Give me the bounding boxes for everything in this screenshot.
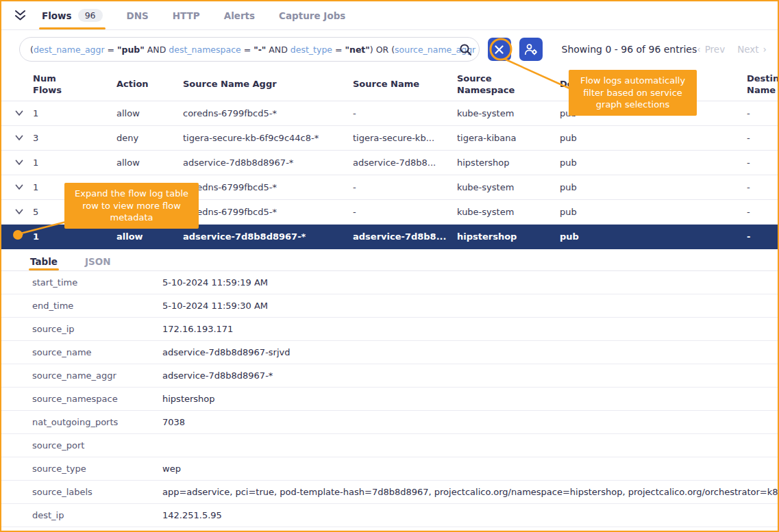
annotation-callout-filter: Flow logs automatically filter based on … [569, 70, 697, 116]
cell-source-name: adservice-7d8b8... [353, 157, 457, 168]
query-segment: "net" [345, 45, 369, 55]
flow-table-row[interactable]: 1allowadservice-7d8b8d8967-*adservice-7d… [1, 151, 778, 175]
cell-source-name: tigera-secure-kb... [353, 133, 457, 143]
cell-dest-name-aggr: pub [560, 231, 747, 242]
cell-num-flows: 1 [33, 157, 116, 168]
detail-row: source_ip172.16.193.171 [1, 318, 778, 341]
tab-capture-jobs[interactable]: Capture Jobs [276, 1, 348, 29]
detail-row: nat_outgoing_ports7038 [1, 411, 778, 434]
header-destination-name[interactable]: Destination Name [747, 73, 779, 96]
cell-destination-name: - [747, 207, 779, 217]
cell-destination-name: - [747, 133, 779, 143]
row-expand-chevron-icon[interactable] [15, 110, 33, 116]
query-segment: "-" [254, 45, 266, 55]
detail-value: 172.16.193.171 [162, 324, 778, 334]
detail-tabs: Table JSON [1, 249, 778, 271]
cell-dest-name-aggr: pub [560, 133, 747, 143]
detail-key: source_namespace [32, 394, 162, 404]
cell-source-name-aggr: adservice-7d8b8d8967-* [183, 157, 353, 168]
cell-source-name-aggr: coredns-6799fbcd5-* [183, 182, 353, 192]
cell-source-name-aggr: coredns-6799fbcd5-* [183, 108, 353, 118]
cell-destination-name: - [747, 108, 779, 118]
row-expand-chevron-icon[interactable] [15, 233, 33, 240]
cell-source-name-aggr: tigera-secure-kb-6f9c9c44c8-* [183, 133, 353, 143]
row-expand-chevron-icon[interactable] [15, 160, 33, 166]
header-action[interactable]: Action [116, 79, 183, 90]
tab-alerts[interactable]: Alerts [221, 1, 258, 29]
search-icon[interactable] [459, 43, 472, 58]
detail-row: end_time5-10-2024 11:59:30 AM [1, 294, 778, 318]
clear-filter-button[interactable] [488, 38, 511, 61]
cell-source-namespace: kube-system [457, 207, 560, 217]
query-segment: = [241, 45, 254, 55]
flows-count-badge: 96 [78, 9, 103, 22]
row-expand-chevron-icon[interactable] [15, 184, 33, 190]
detail-tab-json[interactable]: JSON [84, 256, 112, 270]
header-source-name-aggr[interactable]: Source Name Aggr [183, 79, 353, 90]
query-segment: = [475, 45, 479, 55]
cell-source-name-aggr: adservice-7d8b8d8967-* [183, 231, 353, 242]
cell-action: allow [116, 108, 183, 118]
cell-source-namespace: kube-system [457, 182, 560, 192]
detail-key: nat_outgoing_ports [32, 417, 162, 427]
next-button[interactable]: Next [737, 44, 758, 55]
entries-summary: Showing 0 - 96 of 96 entries [562, 44, 697, 55]
cell-source-namespace: hipstershop [457, 157, 560, 168]
detail-value: adservice-7d8b8d8967-* [162, 370, 778, 381]
filter-query-input[interactable]: (dest_name_aggr = "pub" AND dest_namespa… [19, 37, 480, 62]
cell-num-flows: 1 [33, 108, 116, 118]
header-num-flows[interactable]: Num Flows [33, 73, 64, 96]
user-settings-button[interactable] [519, 38, 543, 61]
detail-key: source_port [32, 440, 162, 451]
tab-flows[interactable]: Flows 96 [39, 1, 106, 29]
prev-chevron-icon[interactable]: ‹ [697, 44, 700, 55]
detail-value: 5-10-2024 11:59:30 AM [162, 301, 778, 311]
double-chevron-down-icon[interactable] [14, 1, 27, 29]
detail-tab-table[interactable]: Table [29, 256, 59, 270]
detail-key: dest_ip [32, 510, 162, 520]
flow-table-row[interactable]: 3denytigera-secure-kb-6f9c9c44c8-*tigera… [1, 126, 778, 151]
filter-query-text: (dest_name_aggr = "pub" AND dest_namespa… [30, 45, 480, 55]
flow-logs-page: Flows 96 DNS HTTP Alerts Capture Jobs (d… [0, 0, 779, 532]
query-segment: AND [145, 45, 169, 55]
detail-key: source_name [32, 347, 162, 357]
filter-bar: (dest_name_aggr = "pub" AND dest_namespa… [1, 30, 778, 68]
cell-source-namespace: hipstershop [457, 231, 560, 242]
detail-row: source_labelsapp=adservice, pci=true, po… [1, 481, 778, 504]
detail-row: source_namespacehipstershop [1, 388, 778, 411]
query-segment: dest_type [290, 45, 332, 55]
cell-source-name-aggr: coredns-6799fbcd5-* [183, 207, 353, 217]
tab-dns[interactable]: DNS [124, 1, 151, 29]
detail-row: source_port [1, 434, 778, 457]
cell-destination-name: - [747, 231, 779, 242]
detail-key: source_ip [32, 324, 162, 334]
cell-source-name: - [353, 207, 457, 217]
query-segment: = [332, 45, 345, 55]
tab-bar: Flows 96 DNS HTTP Alerts Capture Jobs [1, 1, 778, 30]
query-segment: = [105, 45, 117, 55]
tab-http[interactable]: HTTP [170, 1, 203, 29]
row-expand-chevron-icon[interactable] [15, 209, 33, 215]
cell-dest-name-aggr: pub [560, 207, 747, 217]
detail-value: wep [162, 464, 778, 474]
header-source-namespace[interactable]: Source Namespace [457, 73, 521, 96]
next-chevron-icon[interactable]: › [763, 44, 767, 55]
detail-row: dest_ip142.251.5.95 [1, 504, 778, 527]
cell-num-flows: 3 [33, 133, 116, 143]
query-segment: "pub" [117, 45, 145, 55]
header-source-name[interactable]: Source Name [353, 79, 457, 90]
detail-value: 142.251.5.95 [162, 510, 778, 520]
detail-value: app=adservice, pci=true, pod-template-ha… [162, 487, 778, 497]
cell-source-name: - [353, 108, 457, 118]
cell-source-name: - [353, 182, 457, 192]
row-expand-chevron-icon[interactable] [15, 135, 33, 141]
cell-dest-name-aggr: pub [560, 157, 747, 168]
tab-flows-label: Flows [42, 10, 72, 21]
detail-value: adservice-7d8b8d8967-srjvd [162, 347, 778, 357]
cell-action: deny [116, 133, 183, 143]
cell-source-name: adservice-7d8b8... [353, 231, 457, 242]
detail-row: source_typewep [1, 457, 778, 481]
prev-button[interactable]: Prev [705, 44, 725, 55]
cell-destination-name: - [747, 157, 779, 168]
detail-key: source_name_aggr [32, 370, 162, 381]
